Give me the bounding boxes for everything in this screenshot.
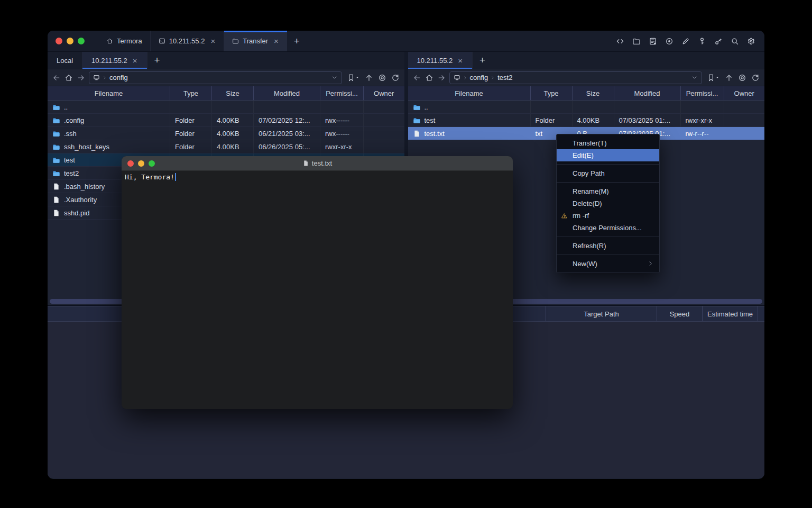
file-row[interactable]: .. <box>48 101 404 114</box>
back-arrow-icon[interactable] <box>52 74 61 82</box>
key-icon[interactable] <box>696 35 708 48</box>
edit-icon[interactable] <box>679 35 692 48</box>
keychain-icon[interactable] <box>712 35 725 48</box>
caret-down-icon <box>716 76 720 80</box>
home-icon[interactable] <box>425 74 433 82</box>
file-row[interactable]: .ssh Folder 4.00KB 06/21/2025 03:... rwx… <box>48 127 404 140</box>
file-icon <box>52 183 60 190</box>
menu-item-new-w-[interactable]: New(W) <box>557 258 659 270</box>
bookmark-icon <box>707 74 715 82</box>
column-header[interactable]: Modified <box>254 86 320 100</box>
file-size: 4.00KB <box>212 127 254 140</box>
transfer-column-header[interactable]: Estimated time <box>702 306 758 321</box>
menu-item-refresh-r-[interactable]: Refresh(R) <box>557 240 659 252</box>
chevron-down-icon[interactable] <box>331 74 338 81</box>
terminal-icon <box>159 38 165 44</box>
minimize-window-button[interactable] <box>67 38 73 44</box>
transfer-column-header[interactable]: Speed <box>657 306 702 321</box>
column-header[interactable]: Type <box>170 86 212 100</box>
home-icon[interactable] <box>64 74 73 82</box>
zoom-window-button[interactable] <box>78 38 85 44</box>
column-header[interactable]: Permissi... <box>320 86 364 100</box>
panel-tab-10-211-55-2[interactable]: 10.211.55.2 × <box>82 52 147 69</box>
search-icon[interactable] <box>728 35 741 48</box>
transfer-column-header[interactable] <box>758 306 764 321</box>
editor-zoom-button[interactable] <box>149 160 155 167</box>
refresh-icon[interactable] <box>391 74 400 82</box>
file-permissions <box>320 101 364 113</box>
file-permissions: rw-r--r-- <box>681 127 724 140</box>
editor-close-button[interactable] <box>127 160 134 167</box>
file-owner <box>364 114 404 126</box>
folder-icon <box>52 116 60 124</box>
new-panel-tab-button[interactable]: + <box>473 52 492 69</box>
app-tab-transfer[interactable]: Transfer × <box>224 31 287 51</box>
menu-item-copy-path[interactable]: Copy Path <box>557 167 659 179</box>
file-name: test2 <box>64 169 79 177</box>
forward-arrow-icon[interactable] <box>437 74 446 82</box>
panel-tab-local[interactable]: Local <box>48 52 82 69</box>
new-tab-button[interactable]: + <box>287 31 307 51</box>
record-icon[interactable] <box>663 35 676 48</box>
menu-item-edit-e-[interactable]: Edit(E) <box>557 149 659 161</box>
settings-icon[interactable] <box>745 35 758 48</box>
log-icon[interactable] <box>647 35 659 48</box>
forward-arrow-icon[interactable] <box>77 74 85 82</box>
home-icon <box>106 38 113 44</box>
file-permissions: rwx------ <box>320 127 364 140</box>
new-panel-tab-button[interactable]: + <box>147 52 167 69</box>
path-segment[interactable]: config <box>470 74 488 81</box>
path-segment[interactable]: config <box>109 74 128 81</box>
bookmark-button[interactable] <box>707 74 720 82</box>
app-tab-termora[interactable]: Termora <box>98 31 150 51</box>
editor-minimize-button[interactable] <box>138 160 144 167</box>
column-header[interactable]: Size <box>212 86 254 100</box>
column-header[interactable]: Permissi... <box>681 86 724 100</box>
column-header[interactable]: Owner <box>364 86 404 100</box>
column-header[interactable]: Owner <box>724 86 765 100</box>
path-input[interactable]: config test2 <box>449 71 703 84</box>
show-hidden-icon[interactable] <box>738 74 746 82</box>
file-row[interactable]: ssh_host_keys Folder 4.00KB 06/26/2025 0… <box>48 140 404 153</box>
file-name: sshd.pid <box>64 209 89 217</box>
show-hidden-icon[interactable] <box>378 74 386 82</box>
file-row[interactable]: test Folder 4.00KB 07/03/2025 01:... rwx… <box>408 114 765 127</box>
column-header[interactable]: Filename <box>48 86 170 100</box>
menu-item-label: Copy Path <box>573 169 605 177</box>
refresh-icon[interactable] <box>751 74 760 82</box>
close-icon[interactable]: × <box>132 57 138 65</box>
editor-content-area[interactable]: Hi, Termora! <box>122 171 513 183</box>
menu-item-delete-d-[interactable]: Delete(D) <box>557 197 659 210</box>
menu-item-label: Rename(M) <box>573 187 609 195</box>
back-arrow-icon[interactable] <box>413 74 421 82</box>
path-segment[interactable]: test2 <box>497 74 512 81</box>
up-directory-icon[interactable] <box>725 74 733 82</box>
close-icon[interactable]: × <box>457 57 463 65</box>
file-row[interactable]: .. <box>408 101 765 114</box>
close-icon[interactable]: × <box>210 37 216 45</box>
code-icon[interactable] <box>614 35 626 48</box>
menu-separator <box>557 182 659 183</box>
file-modified: 06/26/2025 05:... <box>254 140 320 153</box>
chevron-down-icon[interactable] <box>691 74 698 81</box>
column-header[interactable]: Type <box>531 86 573 100</box>
column-header[interactable]: Filename <box>408 86 531 100</box>
menu-item-transfer-t-[interactable]: Transfer(T) <box>557 137 659 149</box>
bookmark-button[interactable] <box>347 74 360 82</box>
folder-icon <box>413 103 421 111</box>
close-window-button[interactable] <box>56 38 62 44</box>
app-tab-10-211-55-2[interactable]: 10.211.55.2 × <box>150 31 224 51</box>
column-header[interactable]: Size <box>573 86 614 100</box>
up-directory-icon[interactable] <box>365 74 373 82</box>
panel-tab-10-211-55-2[interactable]: 10.211.55.2 × <box>408 52 473 69</box>
column-header[interactable]: Modified <box>614 86 681 100</box>
menu-item-change-permissions-[interactable]: Change Permissions... <box>557 222 659 234</box>
menu-item-rm-rf[interactable]: rm -rf <box>557 210 659 222</box>
close-icon[interactable]: × <box>273 37 279 45</box>
transfer-column-header[interactable]: Target Path <box>546 306 657 321</box>
folder-icon[interactable] <box>630 35 643 48</box>
file-row[interactable]: .config Folder 4.00KB 07/02/2025 12:... … <box>48 114 404 127</box>
path-input[interactable]: config <box>89 71 342 84</box>
titlebar: Termora 10.211.55.2 × Transfer × + <box>48 31 764 52</box>
menu-item-rename-m-[interactable]: Rename(M) <box>557 185 659 197</box>
